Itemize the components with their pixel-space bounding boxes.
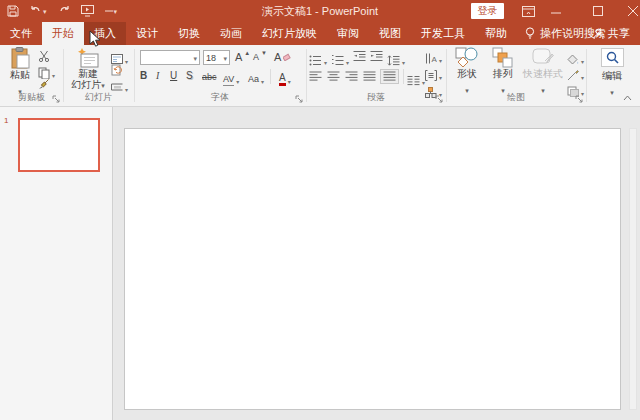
text-shadow-button[interactable]: S bbox=[186, 70, 193, 82]
bullets-arrow-icon[interactable] bbox=[324, 51, 327, 69]
redo-icon[interactable] bbox=[56, 2, 72, 20]
grow-font-button[interactable]: A▲ bbox=[235, 51, 250, 63]
drawing-dialog-launcher-icon[interactable] bbox=[575, 95, 583, 103]
numbering-arrow-icon[interactable] bbox=[346, 51, 349, 69]
quick-styles-arrow-icon bbox=[541, 79, 545, 97]
ribbon-tab-bar: 文件 开始 插入 设计 切换 动画 幻灯片放映 审阅 视图 开发工具 帮助 操作… bbox=[0, 22, 640, 45]
columns-button[interactable] bbox=[407, 71, 425, 89]
align-left-button[interactable] bbox=[309, 71, 322, 82]
font-size-arrow-icon[interactable] bbox=[223, 53, 227, 63]
slide-thumbnail[interactable] bbox=[18, 118, 100, 172]
change-case-button[interactable]: Aa bbox=[248, 70, 264, 88]
new-slide-dropdown[interactable]: 幻灯片 bbox=[71, 79, 105, 90]
bullet-list-icon bbox=[309, 55, 322, 66]
tab-file[interactable]: 文件 bbox=[0, 22, 42, 45]
character-spacing-button[interactable]: AV bbox=[223, 70, 239, 88]
close-button[interactable] bbox=[618, 0, 640, 22]
increase-indent-button[interactable] bbox=[370, 51, 383, 62]
eraser-icon bbox=[283, 53, 291, 61]
slide-canvas[interactable] bbox=[124, 128, 621, 410]
paragraph-dialog-launcher-icon[interactable] bbox=[435, 95, 443, 103]
cut-button[interactable] bbox=[38, 50, 50, 62]
tab-design[interactable]: 设计 bbox=[126, 22, 168, 45]
editing-arrow-icon[interactable] bbox=[610, 81, 614, 99]
maximize-button[interactable] bbox=[583, 0, 613, 22]
align-text-button[interactable] bbox=[425, 66, 442, 84]
person-icon bbox=[593, 28, 604, 40]
copy-dropdown-arrow-icon[interactable] bbox=[52, 64, 55, 82]
new-slide-icon bbox=[76, 47, 100, 68]
font-size-combo[interactable]: 18 bbox=[203, 50, 230, 65]
quick-styles-button[interactable]: 快速样式 bbox=[522, 47, 564, 97]
tab-transitions[interactable]: 切换 bbox=[168, 22, 210, 45]
section-button[interactable] bbox=[111, 78, 128, 96]
font-name-arrow-icon[interactable] bbox=[193, 53, 197, 63]
justify-button[interactable] bbox=[363, 71, 376, 82]
line-spacing-button[interactable] bbox=[387, 51, 405, 69]
tab-developer[interactable]: 开发工具 bbox=[411, 22, 475, 45]
bold-button[interactable]: B bbox=[140, 70, 147, 82]
format-painter-button[interactable] bbox=[38, 78, 50, 90]
paste-dropdown-arrow-icon[interactable] bbox=[18, 80, 22, 98]
tab-slideshow[interactable]: 幻灯片放映 bbox=[252, 22, 327, 45]
shapes-icon bbox=[455, 47, 479, 68]
login-button[interactable]: 登录 bbox=[471, 3, 504, 19]
magnifier-icon bbox=[601, 48, 624, 67]
text-direction-arrow-icon[interactable] bbox=[439, 49, 442, 67]
tab-help[interactable]: 帮助 bbox=[475, 22, 517, 45]
vertical-scrollbar[interactable] bbox=[629, 128, 637, 410]
arrange-button[interactable]: 排列 bbox=[486, 47, 520, 97]
tab-animations[interactable]: 动画 bbox=[210, 22, 252, 45]
undo-icon[interactable] bbox=[28, 2, 49, 20]
title-bar: 演示文稿1 - PowerPoint 登录 bbox=[0, 0, 640, 22]
decrease-indent-button[interactable] bbox=[353, 51, 366, 62]
tab-review[interactable]: 审阅 bbox=[327, 22, 369, 45]
font-color-button[interactable]: A bbox=[279, 70, 291, 88]
save-icon[interactable] bbox=[5, 2, 21, 20]
distribute-text-button[interactable] bbox=[380, 69, 399, 84]
font-color-arrow-icon[interactable] bbox=[288, 70, 291, 88]
collapse-ribbon-icon[interactable] bbox=[623, 95, 632, 101]
italic-button[interactable]: I bbox=[156, 70, 159, 82]
tab-insert[interactable]: 插入 bbox=[84, 22, 126, 45]
arrange-arrow-icon[interactable] bbox=[501, 79, 505, 97]
align-center-button[interactable] bbox=[327, 71, 340, 82]
ribbon: 粘贴 剪贴板 bbox=[0, 45, 640, 107]
section-dropdown-arrow-icon[interactable] bbox=[125, 78, 128, 96]
underline-button[interactable]: U bbox=[170, 70, 177, 82]
tab-view[interactable]: 视图 bbox=[369, 22, 411, 45]
line-spacing-arrow-icon[interactable] bbox=[402, 51, 405, 69]
customize-qat-icon[interactable] bbox=[103, 2, 120, 20]
clear-formatting-button[interactable]: A bbox=[274, 51, 291, 63]
strikethrough-button[interactable]: abc bbox=[202, 71, 217, 83]
paragraph-group: A 段落 bbox=[306, 45, 446, 106]
new-slide-button[interactable]: 新建 幻灯片 bbox=[69, 47, 107, 90]
shapes-arrow-icon[interactable] bbox=[465, 79, 469, 97]
clipboard-dialog-launcher-icon[interactable] bbox=[52, 95, 60, 103]
text-direction-icon: A bbox=[425, 53, 437, 64]
font-name-combo[interactable] bbox=[140, 50, 200, 65]
text-direction-button[interactable]: A bbox=[425, 49, 442, 67]
shrink-font-button[interactable]: A▼ bbox=[253, 51, 267, 63]
spacing-arrow-icon[interactable] bbox=[236, 70, 239, 88]
share-button[interactable]: 共享 bbox=[589, 22, 634, 45]
editing-button[interactable]: 编辑 bbox=[596, 48, 628, 99]
shapes-button[interactable]: 形状 bbox=[450, 47, 484, 97]
clipboard-group: 粘贴 剪贴板 bbox=[0, 45, 63, 106]
bullets-button[interactable] bbox=[309, 51, 327, 69]
minimize-button[interactable] bbox=[541, 0, 571, 22]
align-right-button[interactable] bbox=[345, 71, 358, 82]
layout-dropdown-arrow-icon[interactable] bbox=[125, 50, 128, 68]
align-text-arrow-icon[interactable] bbox=[439, 66, 442, 84]
powerpoint-window: 演示文稿1 - PowerPoint 登录 文件 开始 插入 设计 切换 动画 … bbox=[0, 0, 640, 420]
case-arrow-icon[interactable] bbox=[261, 70, 264, 88]
start-slideshow-icon[interactable] bbox=[79, 2, 96, 20]
font-dialog-launcher-icon[interactable] bbox=[295, 95, 303, 103]
numbering-button[interactable] bbox=[331, 51, 349, 69]
align-center-icon bbox=[327, 71, 340, 82]
reset-slide-button[interactable] bbox=[111, 64, 123, 76]
paste-button[interactable]: 粘贴 bbox=[5, 47, 35, 98]
align-text-icon bbox=[425, 70, 437, 81]
ribbon-display-options-icon[interactable] bbox=[513, 0, 543, 22]
tab-home[interactable]: 开始 bbox=[42, 22, 84, 45]
